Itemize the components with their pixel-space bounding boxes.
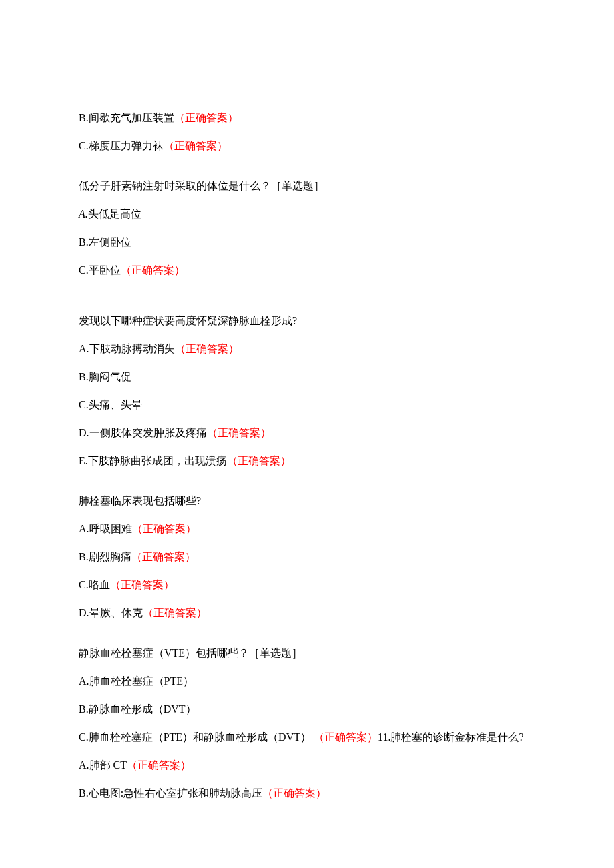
q2-option-c: C.平卧位（正确答案）	[79, 262, 535, 278]
option-text: B.剧烈胸痛	[79, 551, 131, 562]
option-text: C.梯度压力弹力袜	[79, 140, 164, 151]
q3-option-e: E.下肢静脉曲张成团，出现溃疡（正确答案）	[79, 453, 535, 469]
option-text: B.胸闷气促	[79, 371, 131, 382]
option-text: A.肺部 CT	[79, 759, 127, 771]
option-text: D.晕厥、休克	[79, 607, 143, 618]
q3-option-c: C.头痛、头晕	[79, 397, 535, 413]
question-text: 发现以下哪种症状要高度怀疑深静脉血栓形成?	[79, 315, 297, 326]
q5-option-a: A.肺血栓栓塞症（PTE）	[79, 673, 535, 689]
question-text: 肺栓塞临床表现包括哪些?	[79, 495, 201, 506]
option-text: C.平卧位	[79, 264, 121, 276]
q4-option-d: D.晕厥、休克（正确答案）	[79, 605, 535, 621]
document-page: B.间歇充气加压装置（正确答案） C.梯度压力弹力袜（正确答案） 低分子肝素钠注…	[0, 0, 614, 853]
option-text: B.心电图:急性右心室扩张和肺劫脉高压	[79, 787, 262, 799]
option-text: C.头痛、头晕	[79, 399, 142, 410]
option-text: D.一侧肢体突发肿胀及疼痛	[79, 427, 207, 438]
q2-option-b: B.左侧卧位	[79, 234, 535, 250]
option-text: B.间歇充气加压装置	[79, 112, 174, 123]
q4-option-b: B.剧烈胸痛（正确答案）	[79, 549, 535, 565]
option-text: A.呼吸困难	[79, 523, 132, 534]
correct-mark: （正确答案）	[314, 731, 378, 743]
q2-option-a: A.头低足高位	[79, 206, 535, 222]
q4-option-c: C.咯血（正确答案）	[79, 577, 535, 593]
correct-mark: （正确答案）	[131, 551, 196, 562]
correct-mark: （正确答案）	[174, 112, 238, 123]
correct-mark: （正确答案）	[227, 455, 291, 466]
correct-mark: （正确答案）	[110, 579, 174, 590]
q4-option-a: A.呼吸困难（正确答案）	[79, 521, 535, 537]
option-text: B.静脉血栓形成（DVT）	[79, 703, 196, 715]
q6-option-b: B.心电图:急性右心室扩张和肺劫脉高压（正确答案）	[79, 785, 535, 801]
q5-option-c: C.肺血栓栓塞症（PTE）和静脉血栓形成（DVT） （正确答案）11.肺栓塞的诊…	[79, 729, 535, 745]
option-prefix: A.	[79, 208, 88, 220]
q2-stem: 低分子肝素钠注射时采取的体位是什么？［单选题］	[79, 178, 535, 194]
correct-mark: （正确答案）	[207, 427, 271, 438]
q3-stem: 发现以下哪种症状要高度怀疑深静脉血栓形成?	[79, 313, 535, 329]
q1-option-c: C.梯度压力弹力袜（正确答案）	[79, 138, 535, 154]
q3-option-b: B.胸闷气促	[79, 369, 535, 385]
q3-option-a: A.下肢动脉搏动消失（正确答案）	[79, 341, 535, 357]
q4-stem: 肺栓塞临床表现包括哪些?	[79, 493, 535, 509]
q1-option-b: B.间歇充气加压装置（正确答案）	[79, 110, 535, 126]
correct-mark: （正确答案）	[127, 759, 191, 771]
q3-option-d: D.一侧肢体突发肿胀及疼痛（正确答案）	[79, 425, 535, 441]
question-text: 低分子肝素钠注射时采取的体位是什么？［单选题］	[79, 180, 324, 191]
question-text: 静脉血栓栓塞症（VTE）包括哪些？［单选题］	[79, 647, 302, 659]
correct-mark: （正确答案）	[262, 787, 326, 799]
q5-option-b: B.静脉血栓形成（DVT）	[79, 701, 535, 717]
trailing-text: 11.肺栓塞的诊断金标准是什么?	[378, 731, 524, 743]
option-text: E.下肢静脉曲张成团，出现溃疡	[79, 455, 227, 466]
q6-option-a: A.肺部 CT（正确答案）	[79, 757, 535, 773]
option-text: A.肺血栓栓塞症（PTE）	[79, 675, 194, 687]
correct-mark: （正确答案）	[121, 264, 185, 276]
correct-mark: （正确答案）	[132, 523, 196, 534]
option-text: C.肺血栓栓塞症（PTE）和静脉血栓形成（DVT）	[79, 731, 311, 743]
correct-mark: （正确答案）	[143, 607, 207, 618]
option-text: A.下肢动脉搏动消失	[79, 343, 175, 354]
correct-mark: （正确答案）	[164, 140, 228, 151]
correct-mark: （正确答案）	[175, 343, 239, 354]
q5-stem: 静脉血栓栓塞症（VTE）包括哪些？［单选题］	[79, 645, 535, 661]
option-text: C.咯血	[79, 579, 110, 590]
option-text: 头低足高位	[88, 208, 141, 220]
option-text: B.左侧卧位	[79, 236, 131, 248]
